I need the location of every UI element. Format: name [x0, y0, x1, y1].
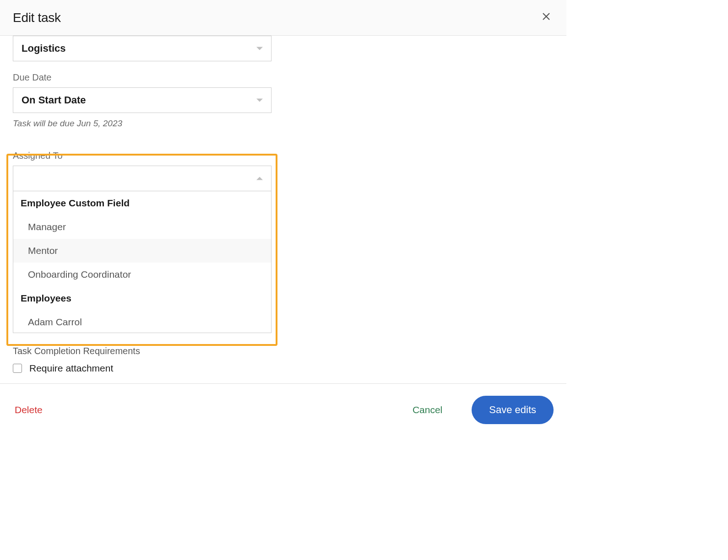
dropdown-group-header: Employee Custom Field [13, 191, 271, 215]
assigned-to-label: Assigned To [13, 151, 272, 161]
modal-header: Edit task [0, 0, 566, 36]
footer-right: Cancel Save edits [411, 396, 554, 424]
modal-footer: Delete Cancel Save edits [0, 383, 566, 436]
modal-title: Edit task [13, 11, 61, 25]
dropdown-option-mentor[interactable]: Mentor [13, 239, 271, 263]
close-icon [541, 11, 552, 25]
due-date-field: Due Date On Start Date Task will be due … [13, 72, 272, 129]
cancel-button[interactable]: Cancel [411, 401, 444, 419]
save-button[interactable]: Save edits [472, 396, 554, 424]
require-attachment-row: Require attachment [13, 363, 140, 374]
task-requirements-field: Task Completion Requirements Require att… [13, 346, 140, 374]
due-date-helper: Task will be due Jun 5, 2023 [13, 118, 272, 129]
chevron-up-icon [256, 177, 263, 180]
dropdown-option-onboarding-coordinator[interactable]: Onboarding Coordinator [13, 263, 271, 286]
task-requirements-label: Task Completion Requirements [13, 346, 140, 356]
edit-task-modal: Edit task Logistics Due Date On Start Da… [0, 0, 566, 436]
category-field: Logistics [13, 36, 272, 61]
dropdown-option-adam-carrol[interactable]: Adam Carrol [13, 310, 271, 333]
assigned-to-select[interactable] [13, 166, 272, 191]
chevron-down-icon [256, 99, 263, 102]
require-attachment-label: Require attachment [29, 363, 113, 374]
due-date-select[interactable]: On Start Date [13, 87, 272, 113]
category-select-value: Logistics [22, 43, 66, 54]
due-date-select-value: On Start Date [22, 94, 86, 106]
category-select[interactable]: Logistics [13, 36, 272, 61]
dropdown-group-header: Employees [13, 286, 271, 310]
dropdown-option-manager[interactable]: Manager [13, 215, 271, 239]
due-date-label: Due Date [13, 72, 272, 83]
require-attachment-checkbox[interactable] [13, 364, 22, 373]
assigned-to-dropdown: Employee Custom Field Manager Mentor Onb… [13, 191, 272, 333]
close-button[interactable] [539, 9, 554, 26]
delete-button[interactable]: Delete [13, 401, 44, 419]
chevron-down-icon [256, 47, 263, 50]
assigned-to-field: Assigned To Employee Custom Field Manage… [13, 151, 272, 333]
modal-body: Logistics Due Date On Start Date Task wi… [0, 36, 566, 383]
